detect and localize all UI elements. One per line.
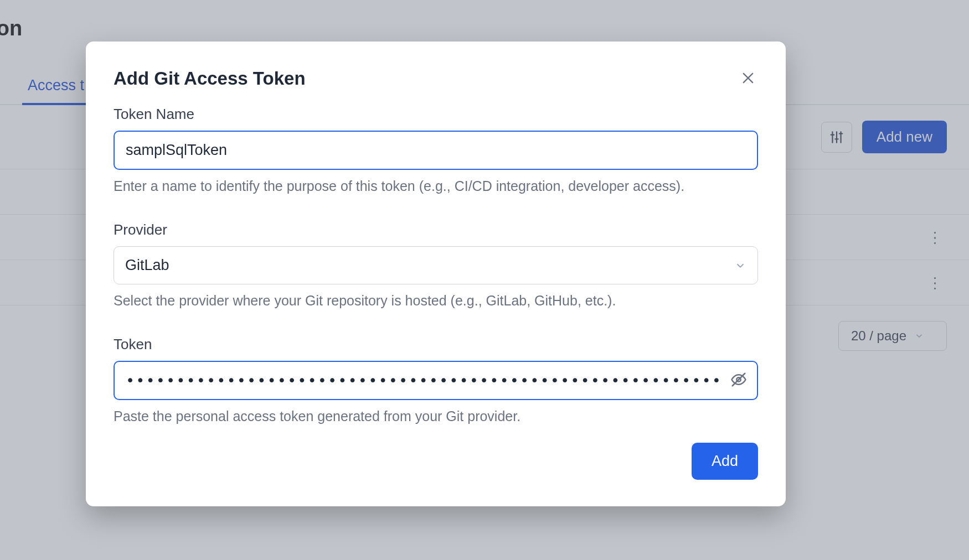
close-icon	[740, 70, 756, 86]
provider-selected-value: GitLab	[125, 257, 169, 274]
eye-off-icon	[730, 371, 747, 388]
toggle-visibility-button[interactable]	[730, 371, 747, 390]
token-name-help: Enter a name to identify the purpose of …	[114, 177, 758, 196]
modal-title: Add Git Access Token	[114, 68, 306, 89]
token-name-input[interactable]	[114, 131, 758, 170]
token-field: Token Paste the personal access token ge…	[114, 336, 758, 426]
provider-field: Provider GitLab Select the provider wher…	[114, 221, 758, 310]
token-name-field: Token Name Enter a name to identify the …	[114, 106, 758, 196]
provider-help: Select the provider where your Git repos…	[114, 291, 758, 310]
add-git-token-modal: Add Git Access Token Token Name Enter a …	[86, 42, 786, 506]
close-button[interactable]	[738, 68, 758, 90]
provider-select[interactable]: GitLab	[114, 246, 758, 284]
token-input[interactable]	[114, 361, 758, 400]
modal-overlay[interactable]: Add Git Access Token Token Name Enter a …	[0, 0, 969, 560]
provider-label: Provider	[114, 221, 758, 238]
chevron-down-icon	[734, 260, 746, 272]
token-help: Paste the personal access token generate…	[114, 407, 758, 426]
token-name-label: Token Name	[114, 106, 758, 123]
add-button[interactable]: Add	[692, 443, 758, 480]
token-label: Token	[114, 336, 758, 353]
